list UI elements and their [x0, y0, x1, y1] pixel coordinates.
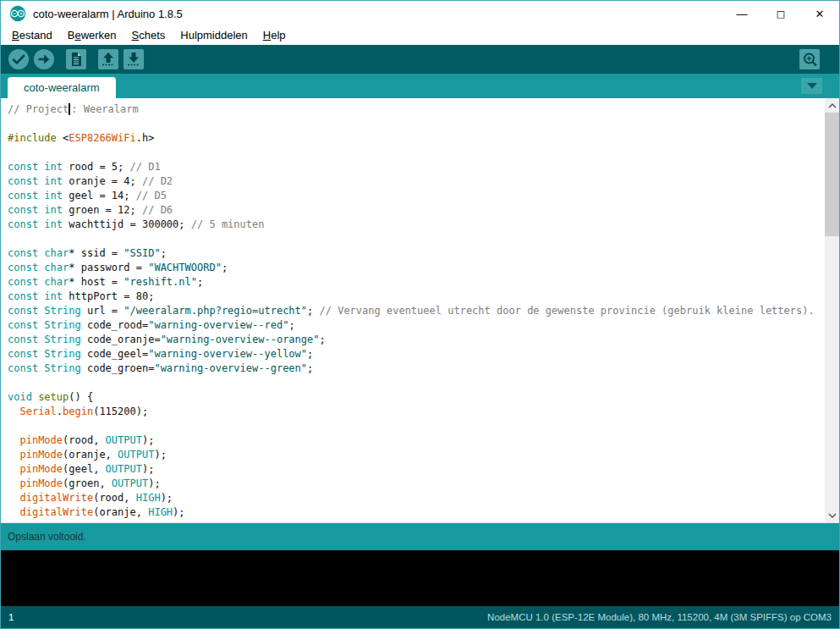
- status-message: Opslaan voltooid.: [8, 531, 86, 543]
- code-line: const String code_geel="warning-overview…: [8, 347, 824, 361]
- tab-bar: coto-weeralarm: [1, 74, 839, 98]
- code-line: pinMode(rood, OUTPUT);: [8, 433, 824, 448]
- code-line: [8, 419, 824, 433]
- save-button[interactable]: [123, 48, 145, 70]
- menu-help[interactable]: Help: [255, 27, 294, 45]
- minimize-button[interactable]: —: [722, 1, 761, 26]
- close-button[interactable]: ✕: [800, 1, 839, 26]
- status-message-bar: Opslaan voltooid.: [1, 522, 839, 550]
- title-bar: coto-weeralarm | Arduino 1.8.5 — ◻ ✕: [1, 1, 839, 26]
- toolbar: [1, 45, 839, 74]
- code-line: [8, 232, 824, 246]
- code-line: const String code_groen="warning-overvie…: [8, 361, 824, 376]
- vertical-scrollbar[interactable]: [825, 98, 839, 522]
- tab-coto-weeralarm[interactable]: coto-weeralarm: [8, 77, 116, 98]
- code-line: const int groen = 12; // D6: [8, 203, 824, 218]
- code-line: const int oranje = 4; // D2: [8, 174, 824, 189]
- code-line: pinMode(groen, OUTPUT);: [8, 477, 824, 491]
- maximize-button[interactable]: ◻: [761, 1, 800, 26]
- code-line: const int httpPort = 80;: [8, 290, 824, 304]
- scroll-down-arrow-icon[interactable]: [825, 508, 839, 522]
- code-editor[interactable]: // Project: Weeralarm #include <ESP8266W…: [1, 98, 839, 522]
- code-line: [8, 146, 824, 160]
- code-line: // Project: Weeralarm: [8, 102, 824, 117]
- menu-hulpmiddelen[interactable]: Hulpmiddelen: [173, 27, 255, 45]
- window-title: coto-weeralarm | Arduino 1.8.5: [33, 8, 722, 20]
- serial-monitor-button[interactable]: [799, 48, 821, 70]
- verify-button[interactable]: [8, 48, 30, 70]
- new-document-icon: [65, 48, 87, 70]
- code-line: pinMode(oranje, OUTPUT);: [8, 448, 824, 462]
- code-line: void setup() {: [8, 390, 824, 405]
- menu-bestand[interactable]: Bestand: [4, 27, 60, 45]
- scrollbar-thumb[interactable]: [825, 113, 839, 236]
- bottom-status-bar: 1 NodeMCU 1.0 (ESP-12E Module), 80 MHz, …: [1, 606, 839, 628]
- code-line: Serial.begin(115200);: [8, 405, 824, 419]
- code-line: const char* host = "reshift.nl";: [8, 275, 824, 290]
- tab-list-dropdown-button[interactable]: [801, 78, 822, 94]
- code-area: // Project: Weeralarm #include <ESP8266W…: [8, 102, 824, 520]
- code-line: #include <ESP8266WiFi.h>: [8, 131, 824, 146]
- new-sketch-button[interactable]: [65, 48, 87, 70]
- check-icon: [8, 48, 30, 70]
- code-line: digitalWrite(oranje, HIGH);: [8, 505, 824, 520]
- code-line: const int wachttijd = 300000; // 5 minut…: [8, 218, 824, 232]
- code-line: pinMode(geel, OUTPUT);: [8, 462, 824, 477]
- board-info: NodeMCU 1.0 (ESP-12E Module), 80 MHz, 11…: [487, 612, 832, 622]
- magnifier-icon: [799, 48, 821, 70]
- arrow-up-icon: [97, 48, 119, 70]
- cursor-line-number: 1: [8, 612, 14, 622]
- code-line: [8, 117, 824, 131]
- chevron-down-icon: [807, 83, 817, 89]
- code-line: [8, 376, 824, 390]
- arduino-logo-icon: [9, 5, 26, 22]
- text-caret: [69, 103, 70, 115]
- code-line: const String code_rood="warning-overview…: [8, 318, 824, 333]
- arduino-ide-window: coto-weeralarm | Arduino 1.8.5 — ◻ ✕ Bes…: [0, 0, 840, 629]
- open-button[interactable]: [97, 48, 119, 70]
- scroll-up-arrow-icon[interactable]: [825, 98, 839, 113]
- upload-button[interactable]: [33, 48, 55, 70]
- code-line: const char* ssid = "SSID";: [8, 246, 824, 261]
- code-line: const String code_oranje="warning-overvi…: [8, 333, 824, 347]
- menu-bewerken[interactable]: Bewerken: [60, 27, 124, 45]
- code-line: const char* password = "WACHTWOORD";: [8, 261, 824, 275]
- arrow-down-icon: [123, 48, 145, 70]
- menu-schets[interactable]: Schets: [124, 27, 173, 45]
- code-line: const int geel = 14; // D5: [8, 189, 824, 203]
- menu-bar: BestandBewerkenSchetsHulpmiddelenHelp: [1, 26, 839, 45]
- arrow-right-icon: [33, 48, 55, 70]
- code-line: const String url = "/weeralarm.php?regio…: [8, 304, 824, 318]
- code-line: const int rood = 5; // D1: [8, 160, 824, 174]
- console-output: [1, 550, 839, 606]
- code-line: digitalWrite(rood, HIGH);: [8, 491, 824, 505]
